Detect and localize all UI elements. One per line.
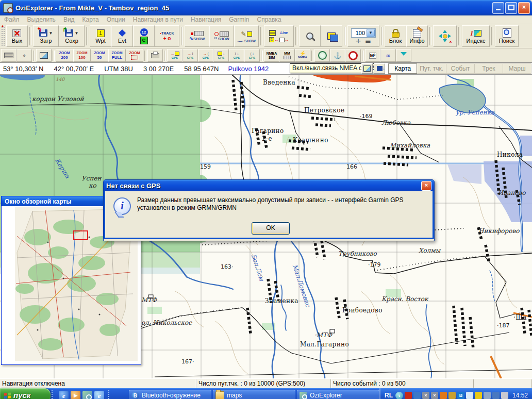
zoom-window-button[interactable]: ZOOM [126, 49, 143, 62]
msn-explorer-icon[interactable]: e [94, 391, 104, 399]
menu-item[interactable]: Карта [82, 16, 99, 23]
power-icon[interactable] [475, 392, 482, 399]
menu-item[interactable]: Справка [257, 16, 281, 23]
quicklaunch-handle[interactable] [52, 390, 55, 399]
menu-item[interactable]: Опции [107, 16, 125, 23]
task-label: OziExplorer [310, 392, 342, 399]
nmea-comm-button[interactable]: ⚡NMEA [295, 49, 310, 62]
wp-number-button[interactable]: 12 C [133, 25, 155, 47]
menu-item[interactable]: Выделить [27, 16, 56, 23]
gps-dialog-close-button[interactable]: × [421, 181, 431, 191]
show-points-button[interactable]: °° SHOW [209, 25, 234, 47]
magnifier-icon [306, 32, 313, 40]
nmea-simulator-button[interactable]: NMEASIM [264, 49, 279, 62]
area-measure-button[interactable]: M² [365, 49, 380, 62]
zoom-value: 100 [352, 29, 366, 37]
media-player-icon[interactable]: ▶ [71, 391, 80, 399]
show-waypoints-button[interactable]: ✎ ▫—▫ SHOW [234, 25, 259, 47]
minimize-button[interactable] [492, 2, 504, 14]
wireless-icon[interactable] [466, 392, 473, 399]
zoom-select[interactable]: 100 ▼ [351, 28, 376, 38]
gps-get-route-button[interactable]: ⟨↓GPS [244, 49, 260, 62]
zoom-100-button[interactable]: ZOOM100 [73, 49, 91, 62]
gps-send-track-button[interactable]: →⌇GPS [182, 49, 198, 62]
menu-item[interactable]: Garmin [229, 16, 249, 23]
map-view-button[interactable] [361, 63, 373, 74]
card-reader-icon[interactable] [492, 392, 500, 399]
load-button[interactable]: ↰▼ Загр [33, 25, 59, 47]
pdf-reader-icon[interactable] [405, 392, 412, 399]
taskbar-task-OziExplorer[interactable]: OziExplorer [297, 390, 379, 399]
device-error2-icon[interactable]: × [431, 392, 438, 399]
zoom-in-button[interactable]: ✛ [356, 38, 361, 44]
taskbar-clock[interactable]: 14:52 [512, 392, 528, 399]
tasks-handle[interactable] [108, 390, 111, 399]
event-button[interactable]: Evt [111, 25, 133, 47]
search-button[interactable]: Поиск [495, 25, 519, 47]
start-button[interactable]: пуск [0, 388, 51, 399]
gps-send-route-button[interactable]: →⟨GPS [198, 49, 213, 62]
bluetooth-tray-icon[interactable]: B [457, 392, 464, 399]
pan-control[interactable]: x [433, 25, 457, 47]
gps-status-button[interactable] [314, 49, 330, 62]
restore-button[interactable] [505, 2, 517, 14]
map-pages-button[interactable] [321, 25, 342, 47]
device-error-icon[interactable]: × [422, 392, 429, 399]
zoom-full-button[interactable]: ZOOMFULL [108, 49, 126, 62]
taskbar-task-Bluetooth-окружение[interactable]: BBluetooth-окружение [129, 390, 211, 399]
filter-button[interactable] [396, 49, 411, 62]
mouse-icon[interactable] [501, 392, 508, 399]
menu-item[interactable]: Вид [63, 16, 75, 23]
profile-button[interactable]: ≈ [380, 49, 396, 62]
objects-button[interactable]: Line 1↔ ↔ [264, 25, 294, 47]
gps-dialog-titlebar[interactable]: Нет связи с GPS × [104, 180, 434, 191]
gps-get-waypoints-button[interactable]: ↓GPS [213, 49, 229, 62]
tab-Трек[interactable]: Трек [475, 63, 503, 74]
index-button[interactable]: I Индекс [462, 25, 490, 47]
gps-send-waypoints-button[interactable]: →GPS [167, 49, 182, 62]
anchor-alarm-button[interactable]: ⚓ [330, 49, 345, 62]
windows-flag-icon [4, 392, 11, 398]
print-button[interactable] [147, 49, 163, 62]
network-monitor-icon[interactable] [413, 392, 421, 399]
language-indicator[interactable]: RL [385, 388, 393, 399]
menu-item[interactable]: Навигация в пути [133, 16, 183, 23]
save-position-button[interactable] [374, 63, 385, 74]
exit-button[interactable]: ✕ Вых [6, 25, 28, 47]
plotter-button[interactable] [1, 49, 16, 62]
info-button[interactable]: Инфо [406, 25, 428, 47]
ok-button[interactable]: OK [252, 222, 290, 235]
track-button[interactable]: ▪TRACK + o [155, 25, 179, 47]
magnifier-button[interactable] [299, 25, 321, 47]
mob-button[interactable] [345, 49, 361, 62]
show-track-button[interactable]: ∿SHOW [185, 25, 209, 47]
menu-item[interactable]: Навигация [191, 16, 221, 23]
zoom-200-button[interactable]: ZOOM200 [56, 49, 73, 62]
display-icon[interactable] [484, 392, 491, 399]
tray-chevron-icon[interactable]: ‹ [395, 392, 403, 399]
map-image-button[interactable] [36, 49, 52, 62]
internet-explorer-icon[interactable]: e [59, 391, 69, 399]
window-titlebar[interactable]: OziExplorer - From Mikle_V - Tambov_regi… [0, 0, 532, 15]
zoom-dropdown-icon[interactable]: ▼ [367, 29, 375, 37]
position-tool-button[interactable]: ⌖ [16, 49, 32, 62]
tab-Марш[interactable]: Марш [503, 63, 531, 74]
tab-Карта[interactable]: Карта [388, 63, 417, 74]
zoom-50-button[interactable]: ZOOM50 [91, 49, 108, 62]
tab-Пут. тчк.[interactable]: Пут. тчк. [417, 63, 446, 74]
zoom-out-button[interactable]: ▬ [365, 38, 371, 44]
waypoint-button[interactable]: 1 Wpt [90, 25, 111, 47]
java-icon[interactable] [440, 392, 447, 399]
scheduler-icon[interactable] [448, 392, 456, 399]
gps-dialog[interactable]: Нет связи с GPS × i Размер данных превыш… [103, 179, 435, 241]
oziexplorer-icon[interactable] [82, 391, 92, 399]
lock-button[interactable]: Блок [385, 25, 406, 47]
tab-Событ[interactable]: Событ [446, 63, 475, 74]
close-button[interactable]: × [518, 2, 530, 14]
menu-item[interactable]: Файл [4, 16, 20, 23]
save-button[interactable]: ↱▼ Сохр [59, 25, 85, 47]
taskbar-task-maps[interactable]: maps [213, 390, 295, 399]
toolbar-drag-handle[interactable] [1, 26, 5, 46]
moving-map-button[interactable]: MM [279, 49, 295, 62]
gps-get-track-button[interactable]: ⌇↓GPS [229, 49, 244, 62]
